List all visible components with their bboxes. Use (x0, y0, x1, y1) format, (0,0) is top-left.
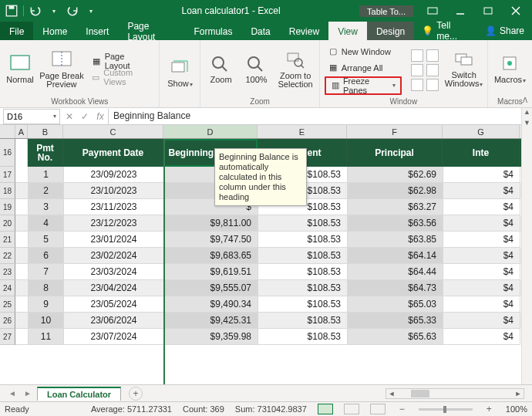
row-header[interactable]: 22 (0, 248, 15, 264)
zoom-out-icon[interactable]: − (396, 404, 408, 414)
cell[interactable] (15, 183, 29, 199)
cell[interactable]: 2 (29, 183, 64, 199)
row-header[interactable]: 16 (0, 139, 15, 167)
row-header[interactable]: 21 (0, 232, 15, 248)
name-box[interactable]: D16▾ (3, 109, 60, 124)
zoom-button[interactable]: Zoom (204, 45, 237, 94)
new-sheet-icon[interactable]: + (129, 387, 143, 401)
cell[interactable]: 23/07/2024 (64, 329, 164, 345)
select-all-corner[interactable] (0, 125, 15, 138)
macros-button[interactable]: Macros▾ (491, 45, 529, 94)
page-layout-status-icon[interactable] (344, 404, 359, 414)
cell[interactable]: $62.69 (348, 167, 443, 183)
cell[interactable]: 5 (29, 232, 64, 248)
formula-input[interactable]: Beginning Balance (108, 109, 532, 124)
minimize-icon[interactable] (447, 2, 473, 19)
zoom-100-button[interactable]: 100% (239, 45, 273, 94)
cell[interactable]: $9,747.50 (164, 232, 258, 248)
show-button[interactable]: Show▾ (163, 49, 197, 98)
custom-views-button[interactable]: ▭Custom Views (88, 69, 155, 85)
cell[interactable]: 8 (29, 280, 64, 296)
cell[interactable]: 11 (29, 329, 64, 345)
cell[interactable] (15, 215, 29, 232)
redo-icon[interactable] (66, 4, 79, 18)
normal-view-status-icon[interactable] (318, 404, 333, 414)
row-header[interactable]: 18 (0, 183, 15, 199)
switch-windows-button[interactable]: Switch Windows▾ (443, 45, 484, 94)
scroll-right-icon[interactable]: ► (513, 390, 524, 397)
cell[interactable]: $4 (443, 183, 520, 199)
cell[interactable]: $64.44 (348, 264, 443, 280)
tab-home[interactable]: Home (33, 22, 76, 40)
cell[interactable]: $108.53 (258, 296, 348, 313)
cell[interactable] (15, 248, 29, 264)
cell[interactable]: $9,555.07 (164, 280, 258, 296)
tab-scroll-first-icon[interactable]: ◄ (6, 387, 19, 400)
cell[interactable]: 23/12/2023 (64, 215, 164, 232)
unhide-icon[interactable] (426, 79, 439, 91)
col-header-F[interactable]: F (347, 125, 443, 138)
zoom-in-icon[interactable]: + (483, 404, 495, 414)
col-header-B[interactable]: B (28, 125, 63, 138)
cell[interactable]: 23/09/2023 (64, 167, 164, 183)
maximize-icon[interactable] (475, 2, 501, 19)
cell[interactable] (15, 167, 29, 183)
undo-icon[interactable] (29, 4, 42, 18)
cell[interactable] (15, 329, 29, 345)
cell[interactable]: $63.56 (348, 215, 443, 232)
cell[interactable]: 4 (29, 215, 64, 232)
row-header[interactable]: 26 (0, 313, 15, 329)
cell[interactable]: 1 (29, 167, 64, 183)
cell[interactable]: $4 (443, 280, 520, 296)
header-principal[interactable]: Principal (347, 139, 443, 167)
page-break-preview-button[interactable]: Page Break Preview (39, 45, 85, 94)
cell[interactable]: $4 (443, 167, 520, 183)
cell[interactable]: 23/04/2024 (64, 280, 164, 296)
cell[interactable]: $108.53 (258, 215, 348, 232)
cell[interactable]: $4 (443, 329, 520, 345)
cell[interactable]: $65.33 (348, 313, 443, 329)
tab-page-layout[interactable]: Page Layout (118, 22, 184, 40)
hide-icon[interactable] (426, 49, 439, 62)
cell[interactable]: $4 (443, 264, 520, 280)
col-header-D[interactable]: D (163, 125, 258, 138)
cell[interactable]: $108.53 (258, 248, 348, 264)
fx-icon[interactable]: fx (93, 109, 108, 124)
cell[interactable]: $9,683.65 (164, 248, 258, 264)
row-header[interactable]: 25 (0, 296, 15, 313)
cell[interactable]: $4 (443, 248, 520, 264)
arrange-all-button[interactable]: ▦Arrange All (325, 60, 402, 76)
cell[interactable]: $63.85 (348, 232, 443, 248)
cell[interactable]: $4 (443, 296, 520, 313)
save-icon[interactable] (5, 4, 19, 18)
cell[interactable]: 6 (29, 248, 64, 264)
cell[interactable]: $108.53 (258, 264, 348, 280)
horizontal-scrollbar[interactable]: ◄ ► (386, 388, 524, 399)
share-button[interactable]: 👤Share (477, 22, 532, 40)
cell[interactable] (15, 296, 29, 313)
header-payment-date[interactable]: Payment Date (63, 139, 163, 167)
cell[interactable]: $4 (443, 232, 520, 248)
page-break-status-icon[interactable] (370, 404, 386, 414)
cell[interactable]: $4 (443, 313, 520, 329)
cell[interactable] (15, 199, 29, 215)
cell[interactable]: 23/02/2024 (64, 248, 164, 264)
cancel-icon[interactable]: ✕ (62, 109, 77, 124)
cell[interactable]: $9,619.51 (164, 264, 258, 280)
cell[interactable] (15, 264, 29, 280)
cell[interactable]: $4 (443, 215, 520, 232)
header-interest[interactable]: Inte (443, 139, 520, 167)
tab-data[interactable]: Data (241, 22, 279, 40)
header-pmt-no[interactable]: Pmt No. (28, 139, 63, 167)
scroll-up-icon[interactable]: ▲ (522, 108, 532, 119)
freeze-panes-button[interactable]: ▥Freeze Panes▾ (328, 78, 399, 93)
cell[interactable]: 23/11/2023 (64, 199, 164, 215)
cell[interactable]: $9,490.34 (164, 296, 258, 313)
cell[interactable]: $9,811.00 (164, 215, 258, 232)
cell[interactable]: $65.63 (348, 329, 443, 345)
tab-formulas[interactable]: Formulas (184, 22, 241, 40)
cell[interactable]: 23/03/2024 (64, 264, 164, 280)
zoom-slider[interactable] (419, 408, 473, 411)
cell[interactable]: 23/10/2023 (64, 183, 164, 199)
cell[interactable]: $4 (443, 199, 520, 215)
